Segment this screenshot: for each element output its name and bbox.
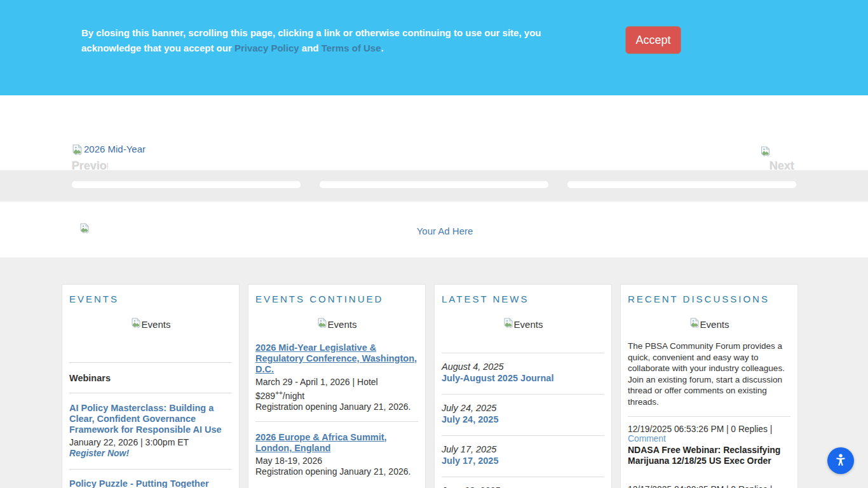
news-link[interactable]: July 24, 2025 [442, 414, 499, 425]
recent-discussions-card: RECENT DISCUSSIONS Events The PBSA Commu… [620, 284, 798, 488]
discussions-broken-image: Events [628, 318, 790, 330]
event-registration-note: Registration opening January 21, 2026. [255, 402, 418, 412]
recent-discussions-title: RECENT DISCUSSIONS [628, 294, 790, 304]
latest-news-img-alt: Events [514, 319, 543, 330]
news-date: July 17, 2025 [442, 444, 604, 454]
price-sup: ++ [275, 390, 283, 396]
privacy-policy-link[interactable]: Privacy Policy [234, 43, 299, 53]
webinars-heading: Webinars [69, 373, 232, 383]
divider [69, 393, 232, 393]
events-broken-image: Events [69, 318, 232, 330]
cookie-text-and: and [299, 43, 322, 53]
carousel-slide-label: 2026 Mid-Year [84, 144, 146, 154]
accept-button[interactable]: Accept [625, 26, 681, 54]
event-date: May 18-19, 2026 [255, 456, 418, 466]
event-price-line: March 29 - April 1, 2026 | Hotel $289++/… [255, 377, 418, 402]
price-after: /night [283, 391, 304, 401]
events-continued-card: EVENTS CONTINUED Events 2026 Mid-Year Le… [248, 284, 426, 488]
divider [442, 353, 604, 353]
carousel-pagination-band [0, 170, 868, 201]
terms-of-use-link[interactable]: Terms of Use [322, 43, 381, 53]
discussion-timestamp: 12/19/2025 06:53:26 PM | 0 Replies | [628, 424, 772, 434]
discussions-img-alt: Events [700, 319, 729, 330]
price-before: March 29 - April 1, 2026 | Hotel $289 [255, 377, 378, 401]
divider [69, 362, 232, 363]
broken-image-icon [131, 318, 141, 330]
event-link-policy-puzzle[interactable]: Policy Puzzle - Putting Together Pieces … [69, 478, 232, 488]
carousel: 2026 Mid-Year Previous Next [0, 95, 868, 201]
broken-image-icon [72, 144, 83, 158]
latest-news-title: LATEST NEWS [442, 294, 604, 304]
divider [69, 469, 232, 470]
divider [442, 477, 604, 477]
accessibility-widget-button[interactable] [827, 447, 854, 474]
carousel-pager-bar-3[interactable] [567, 181, 796, 188]
carousel-pager-bar-2[interactable] [320, 181, 548, 188]
latest-news-broken-image: Events [442, 318, 604, 330]
discussion-meta: 12/19/2025 06:53:26 PM | 0 Replies | Com… [628, 424, 790, 444]
events-continued-title: EVENTS CONTINUED [255, 294, 418, 304]
discussion-thread-title: NDASA Free Webinar: Reclassifying Mariju… [628, 445, 790, 466]
news-link[interactable]: July-August 2025 Journal [442, 373, 553, 384]
events-img-alt: Events [142, 319, 171, 330]
cookie-banner-text: By closing this banner, scrolling this p… [81, 25, 602, 56]
news-link[interactable]: July 17, 2025 [442, 456, 499, 466]
event-registration-note: Registration opening January 21, 2026. [255, 466, 418, 477]
broken-image-icon [689, 318, 700, 330]
cookie-banner: By closing this banner, scrolling this p… [0, 0, 868, 95]
accessibility-icon [832, 452, 850, 470]
discussion-meta: 12/17/2025 04:00:35 PM | 0 Replies | Com… [628, 485, 790, 488]
register-now-link[interactable]: Register Now! [69, 448, 129, 458]
divider [442, 435, 604, 436]
broken-image-icon [760, 146, 771, 159]
news-item: June 23, 2025 [442, 485, 604, 488]
events-title: EVENTS [69, 294, 232, 304]
cookie-text-period: . [381, 43, 384, 53]
discussion-item: 12/19/2025 06:53:26 PM | 0 Replies | Com… [628, 424, 790, 466]
event-link-ai-policy-masterclass[interactable]: AI Policy Masterclass: Building a Clear,… [69, 403, 232, 435]
events-card: EVENTS Events Webinars AI Policy Masterc… [62, 284, 240, 488]
discussion-timestamp: 12/17/2025 04:00:35 PM | 0 Replies | [628, 485, 772, 488]
latest-news-card: LATEST NEWS Events August 4, 2025 July-A… [434, 284, 612, 488]
news-item: July 24, 2025 July 24, 2025 [442, 403, 604, 425]
broken-image-icon [317, 318, 327, 330]
forum-intro-text: The PBSA Community Forum provides a quic… [628, 341, 790, 407]
news-item: August 4, 2025 July-August 2025 Journal [442, 362, 604, 384]
ad-strip: Your Ad Here [0, 201, 868, 257]
event-date: January 22, 2026 | 3:00pm ET [69, 437, 232, 448]
broken-image-icon [503, 318, 513, 330]
carousel-pager-bar-1[interactable] [72, 181, 301, 188]
event-link-midyear-conference[interactable]: 2026 Mid-Year Legislative & Regulatory C… [255, 342, 418, 375]
news-item: July 17, 2025 July 17, 2025 [442, 444, 604, 466]
bottom-section: EVENTS Events Webinars AI Policy Masterc… [0, 257, 868, 488]
carousel-slide-link[interactable]: 2026 Mid-Year [72, 144, 146, 158]
your-ad-here-link[interactable]: Your Ad Here [0, 226, 868, 236]
event-link-europe-africa-summit[interactable]: 2026 Europe & Africa Summit, London, Eng… [255, 432, 418, 454]
news-date: July 24, 2025 [442, 403, 604, 413]
cards-row: EVENTS Events Webinars AI Policy Masterc… [62, 284, 798, 488]
comment-link[interactable]: Comment [628, 434, 666, 444]
divider [628, 416, 790, 417]
divider [255, 421, 418, 422]
news-date: August 4, 2025 [442, 362, 604, 372]
divider [442, 394, 604, 395]
events-continued-img-alt: Events [328, 319, 357, 330]
discussion-item: 12/17/2025 04:00:35 PM | 0 Replies | Com… [628, 485, 790, 488]
news-date: June 23, 2025 [442, 485, 604, 488]
events-continued-broken-image: Events [255, 318, 418, 330]
